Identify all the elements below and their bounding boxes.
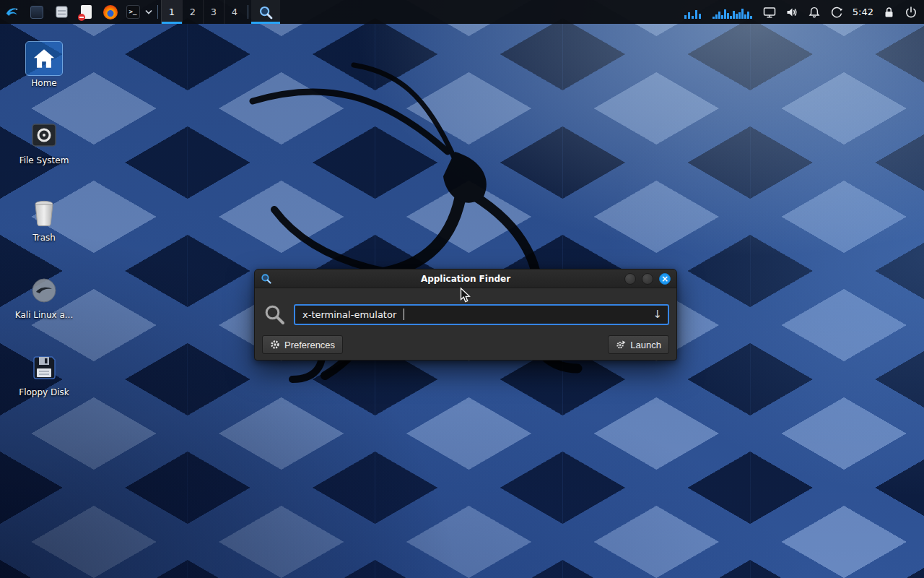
desktop-icon-home[interactable]: Home: [10, 39, 78, 116]
chevron-down-icon: [145, 9, 152, 14]
clock[interactable]: 5:42: [853, 7, 873, 17]
launcher-dropdown-arrow[interactable]: [143, 0, 154, 24]
desktop-icon-label: File System: [19, 156, 69, 166]
launch-button[interactable]: Launch: [608, 335, 669, 354]
search-icon: [263, 303, 285, 325]
firefox-icon: [103, 5, 118, 20]
home-folder-icon: [26, 42, 62, 75]
desktop-icon-label: Kali Linux a...: [15, 311, 73, 321]
desktop-icon-floppy-disk[interactable]: Floppy Disk: [10, 348, 78, 426]
search-input[interactable]: x-terminal-emulator ↓: [294, 304, 669, 325]
file-cabinet-icon: [55, 5, 69, 19]
top-panel: >_ 1 2 3 4: [0, 0, 924, 24]
cpu-graph[interactable]: [684, 6, 702, 19]
desktop: >_ 1 2 3 4: [0, 0, 924, 578]
launch-icon: [616, 340, 626, 350]
finder-footer: Preferences Launch: [255, 325, 676, 354]
dropdown-arrow-icon[interactable]: ↓: [653, 309, 662, 320]
window-icon: [30, 6, 43, 19]
kali-logo-icon: [4, 4, 20, 20]
network-graph[interactable]: [712, 6, 754, 19]
desktop-icon-label: Home: [31, 79, 56, 89]
text-editor-launcher[interactable]: [74, 0, 98, 24]
desktop-icon-file-system[interactable]: File System: [10, 116, 78, 194]
kali-disc-icon: [26, 274, 62, 307]
updates-icon[interactable]: [830, 6, 843, 19]
panel-left-group: >_ 1 2 3 4: [0, 0, 280, 24]
lock-icon[interactable]: [883, 6, 895, 19]
desktop-icon-list: Home File System: [10, 39, 78, 426]
terminal-icon: >_: [126, 5, 140, 19]
app-finder-magnifier-icon: [258, 5, 273, 20]
search-query-text: x-terminal-emulator: [302, 309, 396, 320]
minimize-button[interactable]: [624, 273, 636, 285]
terminal-launcher[interactable]: >_: [123, 0, 143, 24]
firefox-launcher[interactable]: [98, 0, 123, 24]
kali-menu-button[interactable]: [0, 0, 25, 24]
panel-separator: [157, 5, 158, 19]
floppy-disk-icon: [26, 351, 62, 384]
close-button[interactable]: ×: [659, 273, 671, 285]
volume-icon[interactable]: [785, 6, 798, 19]
display-icon[interactable]: [763, 6, 776, 19]
window-button-application-finder[interactable]: [251, 0, 280, 24]
application-finder-window: Application Finder × x-terminal-emulator…: [254, 269, 677, 361]
maximize-button[interactable]: [642, 273, 653, 285]
red-badge-icon: [78, 14, 85, 21]
workspace-1[interactable]: 1: [161, 0, 182, 24]
power-icon[interactable]: [905, 6, 918, 19]
window-controls: ×: [624, 273, 671, 285]
desktop-icon-kali-linux[interactable]: Kali Linux a...: [10, 271, 78, 348]
window-launcher[interactable]: [25, 0, 49, 24]
trash-can-icon: [26, 197, 62, 230]
notifications-bell-icon[interactable]: [808, 6, 821, 19]
workspace-3[interactable]: 3: [203, 0, 224, 24]
desktop-icon-label: Trash: [32, 233, 56, 243]
preferences-label: Preferences: [284, 340, 335, 350]
gear-icon: [270, 340, 280, 350]
desktop-icon-label: Floppy Disk: [19, 388, 69, 398]
file-manager-launcher[interactable]: [49, 0, 74, 24]
preferences-button[interactable]: Preferences: [262, 335, 343, 354]
mouse-cursor: [460, 288, 473, 303]
window-title: Application Finder: [255, 274, 676, 284]
workspace-4[interactable]: 4: [224, 0, 245, 24]
text-caret: [404, 309, 404, 320]
panel-separator: [248, 5, 248, 19]
document-icon: [81, 5, 92, 19]
hard-drive-icon: [26, 119, 62, 152]
panel-right-group: 5:42: [684, 0, 924, 24]
titlebar[interactable]: Application Finder ×: [255, 269, 676, 288]
kali-dragon-wallpaper-art: [144, 51, 664, 426]
workspace-2[interactable]: 2: [182, 0, 203, 24]
desktop-icon-trash[interactable]: Trash: [10, 194, 78, 271]
launch-label: Launch: [630, 340, 661, 350]
